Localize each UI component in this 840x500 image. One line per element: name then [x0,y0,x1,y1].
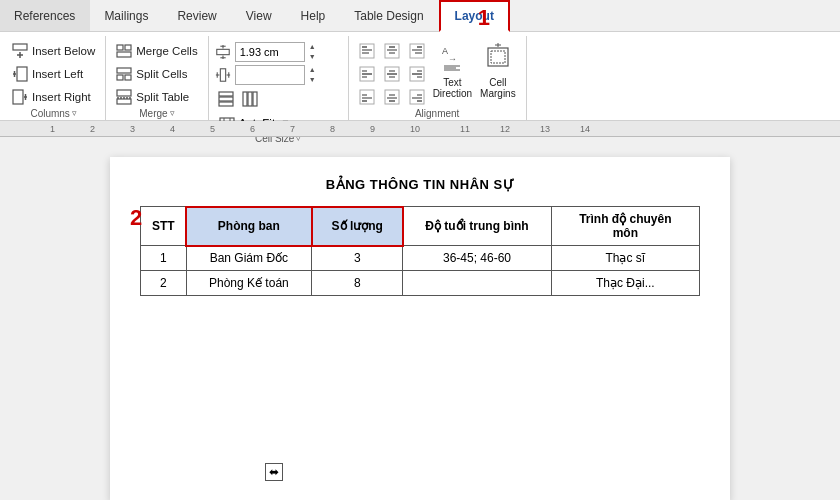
table-row: 1 Ban Giám Đốc 3 36-45; 46-60 Thạc sĩ [141,246,700,271]
text-direction-label[interactable]: Text Direction [433,77,472,99]
td-phongban-1: Ban Giám Đốc [186,246,311,271]
ruler-mark-14: 14 [580,124,590,134]
ruler-mark-8: 8 [330,124,335,134]
svg-rect-70 [410,90,424,104]
insert-below-icon [12,43,28,59]
align-top-center[interactable] [380,40,404,62]
insert-left-button[interactable]: Insert Left [8,63,99,85]
data-table: STT Phòng ban Số lượng Độ tuổi trung bìn… [140,206,700,296]
svg-rect-46 [410,44,424,58]
svg-rect-29 [219,97,233,101]
split-cells-button[interactable]: Split Cells [112,63,201,85]
tab-review[interactable]: Review [163,0,231,31]
ruler-mark-11: 11 [460,124,470,134]
split-table-label: Split Table [136,91,189,103]
insert-right-label: Insert Right [32,91,91,103]
svg-rect-17 [117,99,131,104]
ruler-mark-1: 1 [50,124,55,134]
td-trinhdo-1: Thạc sĩ [551,246,699,271]
ruler-mark-12: 12 [500,124,510,134]
svg-rect-33 [253,92,257,106]
tab-layout[interactable]: Layout 1 [439,0,510,32]
width-input[interactable] [235,65,305,85]
table-row: 2 Phòng Kế toán 8 Thạc Đại... [141,271,700,296]
cell-margins-section: Cell Margins [476,36,520,99]
alignment-group-inner: A → Text Direction [355,36,520,108]
svg-rect-42 [385,44,399,58]
columns-expand-icon[interactable]: ▿ [72,108,77,118]
svg-rect-38 [360,44,374,58]
text-direction-section: A → Text Direction [429,36,476,99]
ruler-mark-13: 13 [540,124,550,134]
svg-rect-62 [360,90,374,104]
insert-below-label: Insert Below [32,45,95,57]
cell-margins-label[interactable]: Cell Margins [480,77,516,99]
distribute-group [215,88,316,110]
svg-rect-9 [117,45,123,50]
alignment-grid [355,36,429,108]
distribute-cols-button[interactable] [239,88,261,110]
document-title: BẢNG THÔNG TIN NHÂN SỰ [140,177,700,192]
merge-cells-icon [116,43,132,59]
ruler: 1 2 3 4 5 6 7 8 9 10 11 12 13 14 [0,121,840,137]
merge-cells-button[interactable]: Merge Cells [112,40,201,62]
alignment-group: A → Text Direction [349,36,527,120]
tab-help[interactable]: Help [287,0,341,31]
distribute-rows-button[interactable] [215,88,237,110]
tab-references[interactable]: References [0,0,90,31]
width-spinner[interactable]: ▲ ▼ [309,65,316,85]
height-input[interactable] [235,42,305,62]
td-trinhdo-2: Thạc Đại... [551,271,699,296]
align-middle-right[interactable] [405,63,429,85]
columns-group: Insert Below Insert Left [2,36,106,120]
svg-rect-18 [216,49,228,54]
merge-cells-label: Merge Cells [136,45,197,57]
svg-rect-28 [219,92,233,96]
tab-view[interactable]: View [232,0,287,31]
tab-table-design[interactable]: Table Design [340,0,438,31]
tab-mailings[interactable]: Mailings [90,0,163,31]
height-row: ▲ ▼ [215,42,316,62]
insert-right-button[interactable]: Insert Right [8,86,99,108]
split-cells-label: Split Cells [136,68,187,80]
svg-rect-11 [117,52,131,57]
document-area: 2 ⬌ BẢNG THÔNG TIN NHÂN SỰ STT Phòng ban… [0,137,840,500]
merge-expand-icon[interactable]: ▿ [170,108,175,118]
insert-below-button[interactable]: Insert Below [8,40,99,62]
merge-group-content: Merge Cells Split Cells [112,36,201,108]
alignment-group-label: Alignment [355,108,520,122]
svg-rect-13 [117,75,123,80]
ruler-mark-6: 6 [250,124,255,134]
row-height-icon [215,44,231,60]
cell-margins-icon [482,40,514,76]
th-dotuoi: Độ tuổi trung bình [403,207,551,246]
ruler-mark-4: 4 [170,124,175,134]
align-bottom-center[interactable] [380,86,404,108]
td-dotuoi-1: 36-45; 46-60 [403,246,551,271]
svg-rect-32 [248,92,252,106]
insert-right-icon [12,89,28,105]
split-table-button[interactable]: Split Table [112,86,201,108]
th-stt: STT [141,207,187,246]
height-spinner[interactable]: ▲ ▼ [309,42,316,62]
ruler-mark-5: 5 [210,124,215,134]
align-middle-center[interactable] [380,63,404,85]
insert-left-icon [12,66,28,82]
svg-rect-66 [385,90,399,104]
svg-rect-3 [17,67,27,81]
svg-rect-12 [117,68,131,73]
th-trinhdo: Trình độ chuyênmôn [551,207,699,246]
ruler-mark-2: 2 [90,124,95,134]
align-top-left[interactable] [355,40,379,62]
table-move-handle[interactable]: ⬌ [265,463,283,481]
align-top-right[interactable] [405,40,429,62]
td-phongban-2: Phòng Kế toán [186,271,311,296]
svg-rect-10 [125,45,131,50]
align-bottom-right[interactable] [405,86,429,108]
align-bottom-left[interactable] [355,86,379,108]
merge-group: Merge Cells Split Cells [106,36,208,120]
cellsize-group: ▲ ▼ [209,36,349,120]
ruler-mark-9: 9 [370,124,375,134]
ribbon-content: Insert Below Insert Left [0,32,840,120]
align-middle-left[interactable] [355,63,379,85]
